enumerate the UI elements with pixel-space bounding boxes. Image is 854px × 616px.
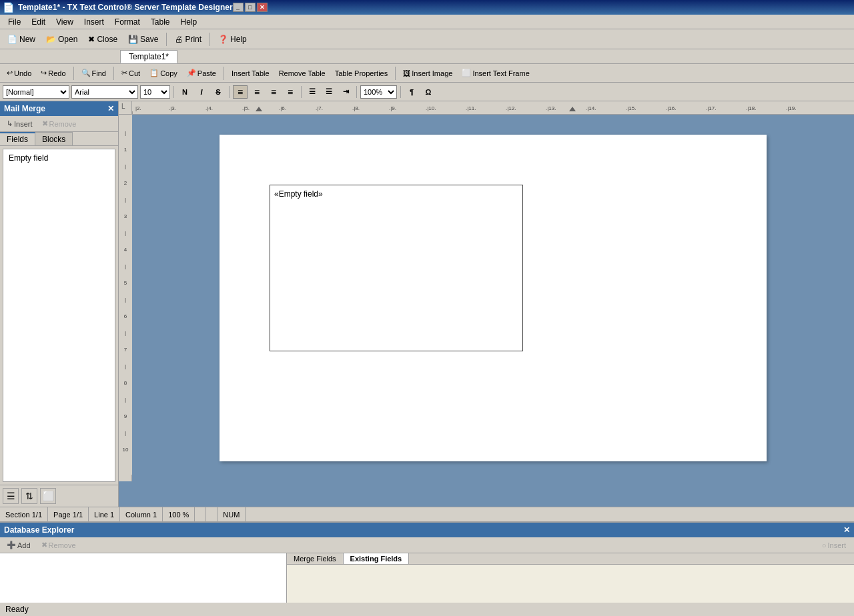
- menu-edit[interactable]: Edit: [26, 15, 51, 29]
- db-tree-panel[interactable]: [0, 553, 287, 603]
- redo-button[interactable]: ↪ Redo: [37, 66, 69, 81]
- svg-text:.|3.: .|3.: [169, 105, 176, 111]
- db-remove-button[interactable]: ✖ Remove: [37, 539, 80, 551]
- db-remove-icon: ✖: [41, 541, 47, 549]
- panel-tab-blocks[interactable]: Blocks: [35, 132, 73, 145]
- italic-button[interactable]: I: [194, 85, 209, 99]
- copy-button[interactable]: 📋 Copy: [145, 66, 181, 81]
- fmt-sep5: [400, 86, 401, 98]
- open-button[interactable]: 📂 Open: [41, 31, 82, 47]
- svg-text:6: 6: [124, 313, 127, 319]
- svg-text:|: |: [125, 397, 126, 403]
- indent-button[interactable]: ⇥: [338, 85, 353, 99]
- maximize-button[interactable]: □: [245, 3, 256, 12]
- help-button[interactable]: ❓ Help: [214, 31, 252, 47]
- menu-format[interactable]: Format: [109, 15, 145, 29]
- zoom-select[interactable]: 100%: [360, 85, 397, 99]
- text-frame[interactable]: «Empty field»: [270, 185, 523, 351]
- db-close-icon[interactable]: ✕: [843, 525, 850, 535]
- db-tab-existing-fields[interactable]: Existing Fields: [344, 553, 410, 564]
- insert-table-button[interactable]: Insert Table: [228, 66, 274, 81]
- db-toolbar: ➕ Add ✖ Remove ○ Insert: [0, 537, 854, 553]
- svg-text:.|12.: .|12.: [506, 105, 516, 111]
- svg-text:1: 1: [124, 147, 127, 153]
- insert-text-frame-button[interactable]: ⬜ Insert Text Frame: [458, 66, 533, 81]
- document-tab[interactable]: Template1*: [120, 50, 177, 63]
- db-tab-merge-fields[interactable]: Merge Fields: [287, 553, 344, 564]
- special-char-button[interactable]: Ω: [421, 85, 436, 99]
- svg-text:|: |: [125, 363, 126, 369]
- new-icon: 📄: [7, 35, 17, 44]
- status-zoom: 100 %: [163, 507, 195, 521]
- list-bullet-button[interactable]: ☰: [305, 85, 320, 99]
- size-select[interactable]: 10: [140, 85, 170, 99]
- db-content: Merge Fields Existing Fields: [0, 553, 854, 603]
- text-frame-icon: ⬜: [462, 69, 471, 77]
- document-content[interactable]: «Empty field»: [132, 115, 854, 481]
- svg-text:.|10.: .|10.: [426, 105, 436, 111]
- find-button[interactable]: 🔍 Find: [77, 66, 110, 81]
- new-button[interactable]: 📄 New: [3, 31, 40, 47]
- open-icon: 📂: [46, 35, 56, 44]
- svg-text:.|13.: .|13.: [546, 105, 556, 111]
- menu-file[interactable]: File: [3, 15, 26, 29]
- toolbar-sep2: [209, 33, 210, 46]
- paste-button[interactable]: 📌 Paste: [183, 66, 220, 81]
- align-center-button[interactable]: ≡: [250, 85, 264, 99]
- list-view-button[interactable]: ☰: [3, 488, 19, 504]
- list-number-button[interactable]: ☰: [322, 85, 336, 99]
- svg-text:.|11.: .|11.: [466, 105, 476, 111]
- print-button[interactable]: 🖨 Print: [170, 31, 206, 47]
- menu-insert[interactable]: Insert: [79, 15, 109, 29]
- ruler-horizontal: |2. .|3. .|4. .|5. .|6. .|7. .|8. .|9. .…: [132, 101, 854, 115]
- panel-close-icon[interactable]: ✕: [107, 104, 114, 113]
- menu-help[interactable]: Help: [175, 15, 203, 29]
- table-sep: [395, 67, 396, 80]
- align-left-button[interactable]: ≡: [233, 85, 248, 99]
- align-right-button[interactable]: ≡: [266, 85, 281, 99]
- status-page: Page 1/1: [48, 507, 89, 521]
- cut-icon: ✂: [121, 69, 127, 77]
- ruler-vertical: | 1 | 2 | 3 | 4 | 5 | 6 | 7 | 8 |: [119, 115, 132, 481]
- document-area[interactable]: L |2. .|3. .|4. .|5. .|6. .|7. .|8.: [119, 101, 854, 507]
- title-bar: 📄 Template1* - TX Text Control® Server T…: [0, 0, 854, 15]
- status-num: NUM: [218, 507, 246, 521]
- app-icon: 📄: [3, 2, 14, 13]
- table-props-button[interactable]: Table Properties: [331, 66, 392, 81]
- close-doc-icon: ✖: [88, 35, 95, 44]
- panel-tab-fields[interactable]: Fields: [0, 132, 35, 145]
- svg-text:4: 4: [124, 247, 127, 253]
- svg-text:.|8.: .|8.: [352, 105, 360, 111]
- svg-text:10: 10: [123, 447, 129, 453]
- save-button[interactable]: 💾 Save: [123, 31, 163, 47]
- undo-button[interactable]: ↩ Undo: [3, 66, 35, 81]
- panel-insert-button[interactable]: ↳ Insert: [3, 118, 37, 129]
- remove-table-button[interactable]: Remove Table: [275, 66, 330, 81]
- ruler-corner: L: [119, 101, 132, 115]
- style-select[interactable]: [Normal]: [3, 85, 69, 99]
- bold-button[interactable]: N: [177, 85, 192, 99]
- insert-image-button[interactable]: 🖼 Insert Image: [399, 66, 456, 81]
- strikethrough-button[interactable]: S: [211, 85, 226, 99]
- menu-table[interactable]: Table: [145, 15, 175, 29]
- panel-remove-button[interactable]: ✖ Remove: [38, 118, 81, 129]
- copy-fields-button[interactable]: ⬜: [40, 488, 56, 504]
- cut-button[interactable]: ✂ Cut: [117, 66, 144, 81]
- rtl-button[interactable]: ¶: [404, 85, 419, 99]
- db-insert-button[interactable]: ○ Insert: [817, 540, 851, 551]
- close-doc-button[interactable]: ✖ Close: [83, 31, 122, 47]
- font-select[interactable]: Arial: [71, 85, 138, 99]
- close-button[interactable]: ✕: [257, 3, 268, 12]
- minimize-button[interactable]: _: [233, 3, 244, 12]
- edit-toolbar: ↩ Undo ↪ Redo 🔍 Find ✂ Cut 📋 Copy 📌 Past…: [0, 64, 854, 83]
- align-justify-button[interactable]: ≡: [283, 85, 298, 99]
- db-explorer-header: Database Explorer ✕: [0, 523, 854, 537]
- svg-text:|: |: [125, 230, 126, 236]
- svg-text:.|19.: .|19.: [786, 105, 796, 111]
- help-icon: ❓: [218, 35, 228, 44]
- status-extra1: [195, 507, 206, 521]
- sort-button[interactable]: ⇅: [21, 488, 37, 504]
- db-add-button[interactable]: ➕ Add: [3, 539, 35, 551]
- menu-view[interactable]: View: [51, 15, 79, 29]
- field-empty[interactable]: Empty field: [6, 152, 112, 164]
